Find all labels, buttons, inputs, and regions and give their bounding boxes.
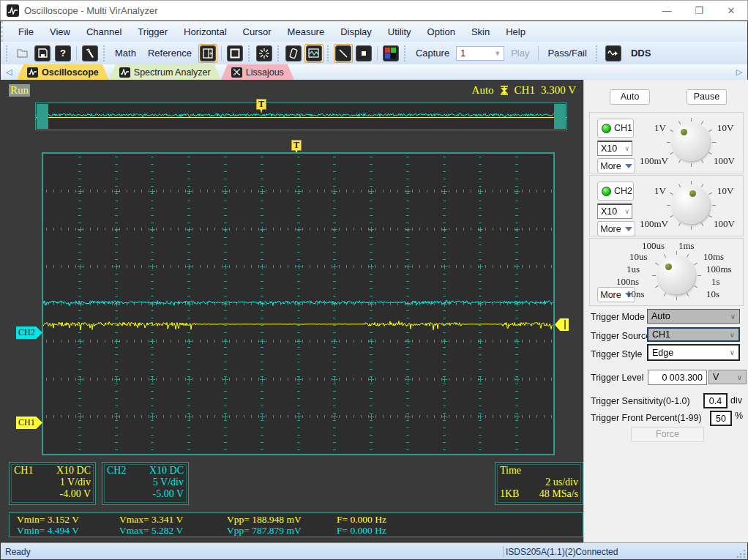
preview-handle-right[interactable] bbox=[554, 104, 566, 129]
ch2-position-flag[interactable]: CH2 bbox=[16, 326, 42, 339]
math-button[interactable]: Math bbox=[110, 48, 141, 59]
open-button[interactable] bbox=[12, 44, 31, 63]
ch2-more-button[interactable]: More bbox=[597, 221, 635, 236]
ch1-volts-knob-area: 1V 10V 100mV 100V bbox=[640, 114, 742, 173]
knob-indicator-dot bbox=[681, 129, 687, 135]
chevron-down-icon: ∨ bbox=[624, 145, 632, 152]
trigger-level-input[interactable]: 0 003.300 bbox=[648, 370, 707, 385]
toolbar-grip bbox=[404, 45, 407, 61]
ch1-offset: -4.00 V bbox=[14, 488, 91, 500]
status-ready: Ready bbox=[1, 547, 31, 557]
menu-display[interactable]: Display bbox=[332, 23, 380, 40]
preview-canvas bbox=[36, 103, 566, 130]
dds-button[interactable] bbox=[602, 44, 624, 63]
menu-option[interactable]: Option bbox=[419, 23, 463, 40]
help-button[interactable]: ? bbox=[53, 44, 72, 63]
ch2-info-box: CH2X10 DC 5 V/div -5.00 V bbox=[102, 462, 189, 505]
menu-skin[interactable]: Skin bbox=[463, 23, 498, 40]
trigger-level-label: Trigger Level bbox=[591, 373, 644, 383]
device-button[interactable] bbox=[284, 44, 303, 63]
display-mode-button[interactable] bbox=[304, 44, 323, 63]
toolbar-grip bbox=[248, 45, 251, 61]
chevron-down-icon: ∨ bbox=[730, 348, 738, 356]
dot-draw-button[interactable] bbox=[354, 44, 373, 63]
tab-spectrum-analyzer[interactable]: Spectrum Analyzer bbox=[109, 64, 221, 80]
toolbar-grip bbox=[103, 45, 106, 61]
menu-bar: File View Channel Trigger Horizontal Cur… bbox=[1, 21, 747, 42]
ch2-group: CH2 X10∨ More 1V 10V 100mV 100V bbox=[589, 175, 744, 236]
menu-horizontal[interactable]: Horizontal bbox=[176, 23, 235, 40]
menu-trigger[interactable]: Trigger bbox=[130, 23, 176, 40]
side-panel-toggle-button[interactable] bbox=[198, 44, 217, 63]
preview-handle-left[interactable] bbox=[37, 104, 48, 129]
autoset-button[interactable] bbox=[255, 44, 274, 63]
trigger-level-marker[interactable] bbox=[555, 318, 569, 331]
menu-file[interactable]: File bbox=[10, 23, 42, 40]
timebase-knob-area: 100us 1ms 10us 10ms 1us 100ms 100ns 1s 1… bbox=[610, 240, 744, 306]
tab-scroll-left-icon[interactable]: ◁ bbox=[1, 64, 17, 80]
line-draw-button[interactable] bbox=[334, 44, 353, 63]
ch1-position-flag[interactable]: CH1 bbox=[16, 417, 42, 429]
ch2-enable-button[interactable]: CH2 bbox=[597, 182, 634, 201]
capture-count-value: 1 bbox=[460, 48, 465, 59]
ch1-frequency: F= 0.000 Hz bbox=[337, 514, 386, 526]
trigger-front-label: Trigger Front Percent(1-99) bbox=[591, 413, 702, 423]
knob-label-10ms: 10ms bbox=[703, 251, 724, 263]
auto-button[interactable]: Auto bbox=[610, 89, 650, 105]
ch1-enable-button[interactable]: CH1 bbox=[597, 119, 634, 138]
trigger-front-input[interactable]: 50 bbox=[710, 411, 732, 426]
menu-view[interactable]: View bbox=[42, 23, 78, 40]
trigger-source-select[interactable]: CH1∨ bbox=[647, 327, 740, 342]
ch1-volts-knob[interactable] bbox=[665, 116, 717, 168]
capture-count-select[interactable]: 1 ▼ bbox=[456, 46, 504, 61]
chevron-down-icon: ∨ bbox=[730, 313, 739, 321]
dds-label[interactable]: DDS bbox=[626, 48, 656, 59]
timebase-knob[interactable] bbox=[650, 249, 703, 302]
ch2-vmax: Vmax= 5.282 V bbox=[119, 525, 183, 537]
scope-screen[interactable] bbox=[42, 152, 555, 455]
knob-label-10v: 10V bbox=[717, 122, 733, 134]
menu-measure[interactable]: Measure bbox=[280, 23, 333, 40]
maximize-button[interactable]: ❐ bbox=[683, 1, 715, 20]
knob-indicator-dot bbox=[689, 190, 696, 197]
trigger-sensitivity-input[interactable]: 0.4 bbox=[703, 393, 728, 408]
reference-button[interactable]: Reference bbox=[143, 48, 197, 59]
color-settings-button[interactable] bbox=[381, 44, 400, 63]
close-button[interactable]: ✕ bbox=[715, 1, 747, 20]
tab-oscilloscope[interactable]: Oscilloscope bbox=[17, 64, 109, 80]
resize-grip[interactable] bbox=[737, 549, 746, 558]
trigger-style-value: Edge bbox=[652, 348, 673, 358]
ch2-title: CH2 bbox=[107, 465, 126, 477]
utility-tool-button[interactable] bbox=[81, 44, 100, 63]
tab-lissajous[interactable]: Lissajous bbox=[221, 64, 294, 80]
toolbar: ? Math Reference Capture 1 ▼ Play Pass/F… bbox=[1, 42, 747, 64]
menu-channel[interactable]: Channel bbox=[78, 23, 130, 40]
pause-button[interactable]: Pause bbox=[687, 89, 727, 105]
ch2-probe-select[interactable]: X10∨ bbox=[597, 204, 632, 219]
force-button[interactable]: Force bbox=[631, 427, 704, 442]
menu-help[interactable]: Help bbox=[498, 23, 534, 40]
menu-cursor[interactable]: Cursor bbox=[235, 23, 280, 40]
trigger-mode-readout: Auto bbox=[472, 84, 494, 97]
fullscreen-button[interactable] bbox=[225, 44, 244, 63]
trigger-mode-select[interactable]: Auto∨ bbox=[647, 309, 740, 324]
control-panel: Auto Pause CH1 X10∨ More 1V 10V 100mV 10… bbox=[583, 80, 748, 542]
status-separator bbox=[503, 546, 504, 557]
passfail-button[interactable]: Pass/Fail bbox=[542, 48, 591, 59]
ch2-volts-knob[interactable] bbox=[665, 179, 717, 231]
ch1-more-button[interactable]: More bbox=[597, 158, 635, 173]
waveform-preview-strip[interactable] bbox=[35, 102, 567, 130]
tab-scroll-right-icon[interactable]: ▷ bbox=[731, 64, 747, 80]
ch1-probe-select[interactable]: X10∨ bbox=[597, 141, 632, 156]
trigger-sensitivity-label: Trigger Sensitivity(0-1.0) bbox=[591, 396, 690, 406]
ch2-led-icon bbox=[602, 187, 611, 196]
trigger-style-select[interactable]: Edge∨ bbox=[647, 344, 740, 361]
save-button[interactable] bbox=[33, 44, 52, 63]
trigger-level-unit-select[interactable]: V∨ bbox=[708, 370, 747, 384]
ch1-group: CH1 X10∨ More 1V 10V 100mV 100V bbox=[589, 112, 744, 173]
knob-label-100ns: 100ns bbox=[616, 276, 639, 288]
menu-utility[interactable]: Utility bbox=[380, 23, 419, 40]
minimize-button[interactable]: — bbox=[651, 1, 683, 20]
play-button[interactable]: Play bbox=[506, 48, 534, 59]
toolbar-grip bbox=[277, 45, 280, 61]
